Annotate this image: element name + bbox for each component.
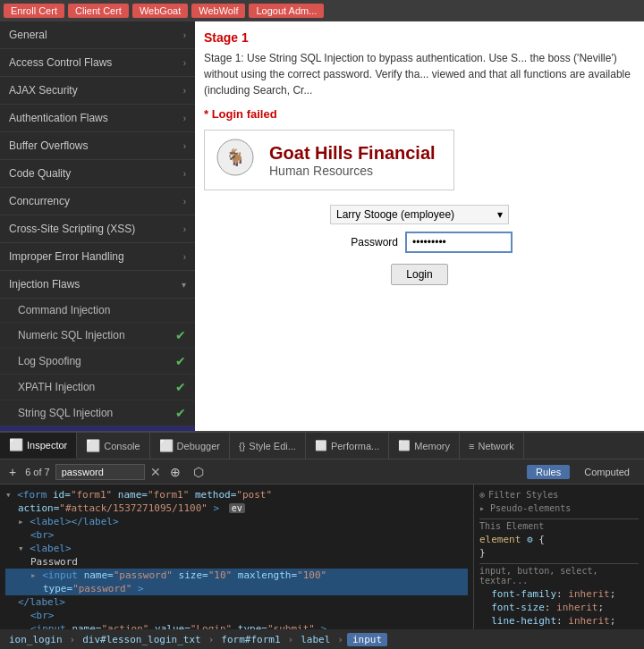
performance-icon: ⬜ bbox=[315, 440, 327, 451]
tab-label: Performa... bbox=[331, 441, 379, 451]
pick-element-button[interactable]: ⊕ bbox=[166, 463, 184, 481]
tab-style-editor[interactable]: {} Style Edi... bbox=[230, 433, 306, 459]
tab-label: Memory bbox=[414, 441, 450, 451]
html-line-selected-2: type="password" > bbox=[5, 582, 468, 595]
memory-icon: ⬜ bbox=[398, 440, 411, 451]
breadcrumb-label[interactable]: label bbox=[297, 634, 334, 645]
sidebar-item-concurrency[interactable]: Concurrency › bbox=[0, 188, 195, 215]
sidebar-item-label: Injection Flaws bbox=[9, 278, 80, 291]
computed-tab-button[interactable]: Computed bbox=[575, 465, 639, 479]
selected-user: Larry Stooge (employee) bbox=[336, 208, 454, 221]
user-dropdown[interactable]: Larry Stooge (employee) ▾ bbox=[330, 205, 509, 224]
rules-tab-button[interactable]: Rules bbox=[527, 465, 570, 479]
style-brace-close: } bbox=[479, 546, 639, 560]
tab-label: Style Edi... bbox=[249, 441, 296, 451]
expand-icon[interactable]: ▸ bbox=[30, 569, 37, 581]
logout-button[interactable]: Logout Adm... bbox=[249, 4, 324, 18]
breadcrumb-sep: › bbox=[288, 634, 294, 645]
sidebar-item-label: String SQL Injection bbox=[18, 407, 113, 419]
sidebar-item-label: Authentication Flaws bbox=[9, 112, 108, 124]
breadcrumb-ion-login[interactable]: ion_login bbox=[5, 634, 66, 645]
add-style-button[interactable]: + bbox=[5, 463, 20, 481]
breadcrumb-sep: › bbox=[208, 634, 215, 645]
tab-inspector[interactable]: ⬜ Inspector bbox=[0, 433, 77, 459]
tab-memory[interactable]: ⬜ Memory bbox=[389, 433, 460, 459]
sidebar-item-label: Command Injection bbox=[18, 304, 110, 316]
sidebar-item-label: Access Control Flaws bbox=[9, 56, 112, 69]
chevron-right-icon: › bbox=[183, 58, 186, 68]
html-line-selected[interactable]: ▸ <input name="password" size="10" maxle… bbox=[5, 569, 468, 582]
client-cert-button[interactable]: Client Cert bbox=[68, 4, 129, 18]
expand-icon[interactable]: ▾ bbox=[18, 543, 24, 554]
sidebar-item-buffer[interactable]: Buffer Overflows › bbox=[0, 132, 195, 160]
sidebar-item-code-quality[interactable]: Code Quality › bbox=[0, 160, 195, 188]
style-editor-icon: {} bbox=[239, 441, 245, 451]
sidebar-item-improper-error[interactable]: Improper Error Handling › bbox=[0, 243, 195, 271]
check-icon: ✔ bbox=[175, 328, 186, 342]
tab-label: Inspector bbox=[27, 440, 67, 451]
sidebar-item-injection[interactable]: Injection Flaws ▾ bbox=[0, 271, 195, 299]
webgoat-button[interactable]: WebGoat bbox=[132, 4, 188, 18]
sidebar-item-xss[interactable]: Cross-Site Scripting (XSS) › bbox=[0, 215, 195, 243]
check-icon: ✔ bbox=[175, 406, 186, 420]
sidebar-item-xpath[interactable]: XPATH Injection ✔ bbox=[0, 375, 195, 400]
html-line: </label> bbox=[5, 595, 468, 609]
stage-description: Stage 1: Use String SQL Injection to byp… bbox=[204, 50, 635, 98]
tab-label: Network bbox=[478, 441, 513, 451]
style-rule-3: line-height: inherit; bbox=[479, 614, 639, 628]
login-button[interactable]: Login bbox=[391, 264, 447, 285]
sidebar-item-auth[interactable]: Authentication Flaws › bbox=[0, 105, 195, 132]
expand-icon[interactable]: ▾ bbox=[5, 489, 12, 501]
tab-network[interactable]: ≡ Network bbox=[460, 433, 524, 459]
sidebar: General › Access Control Flaws › AJAX Se… bbox=[0, 21, 195, 431]
ev-badge: ev bbox=[229, 503, 245, 513]
breadcrumb-bar: ion_login › div#lesson_login_txt › form#… bbox=[0, 629, 644, 649]
sidebar-item-command-injection[interactable]: Command Injection bbox=[0, 299, 195, 323]
filter-styles: ⊗ Filter Styles bbox=[479, 488, 639, 502]
search-count: 6 of 7 bbox=[25, 467, 50, 477]
style-selector: element bbox=[479, 534, 521, 545]
check-icon: ✔ bbox=[175, 380, 186, 394]
sidebar-item-string-sql[interactable]: String SQL Injection ✔ bbox=[0, 400, 195, 426]
password-input[interactable] bbox=[405, 232, 513, 253]
tab-debugger[interactable]: ⬜ Debugger bbox=[150, 433, 230, 459]
breadcrumb-div[interactable]: div#lesson_login_txt bbox=[79, 634, 204, 645]
sidebar-item-label: Buffer Overflows bbox=[9, 139, 88, 152]
stage-title: Stage 1 bbox=[204, 30, 635, 45]
sidebar-item-general[interactable]: General › bbox=[0, 21, 195, 49]
devtools-search-input[interactable] bbox=[55, 464, 145, 480]
screenshot-button[interactable]: ⬡ bbox=[190, 463, 208, 481]
breadcrumb-form[interactable]: form#form1 bbox=[217, 634, 284, 645]
breadcrumb-input[interactable]: input bbox=[347, 633, 387, 646]
sidebar-item-label: Concurrency bbox=[9, 195, 70, 207]
svg-text:🐐: 🐐 bbox=[225, 148, 246, 167]
dropdown-arrow-icon: ▾ bbox=[497, 208, 503, 221]
filter-label: Filter Styles bbox=[488, 490, 558, 500]
clear-search-button[interactable]: ✕ bbox=[150, 465, 161, 479]
sidebar-item-log-spoofing[interactable]: Log Spoofing ✔ bbox=[0, 349, 195, 375]
breadcrumb-sep: › bbox=[70, 634, 76, 645]
sidebar-item-label: General bbox=[9, 29, 47, 41]
content-area: Stage 1 Stage 1: Use String SQL Injectio… bbox=[195, 21, 644, 431]
expand-icon[interactable]: ▸ bbox=[18, 516, 24, 527]
sidebar-item-numeric-sql[interactable]: Numeric SQL Injection ✔ bbox=[0, 323, 195, 349]
sidebar-item-ajax[interactable]: AJAX Security › bbox=[0, 77, 195, 105]
devtools-toolbar: + 6 of 7 ✕ ⊕ ⬡ Rules Computed bbox=[0, 459, 644, 485]
pseudo-elements-section[interactable]: ▸ Pseudo-elements bbox=[479, 502, 639, 515]
chevron-right-icon: › bbox=[183, 30, 186, 40]
webwolf-button[interactable]: WebWolf bbox=[191, 4, 245, 18]
devtools-body: ▾ <form id="form1" name="form1" method="… bbox=[0, 485, 644, 629]
sidebar-item-access-control[interactable]: Access Control Flaws › bbox=[0, 49, 195, 77]
console-icon: ⬜ bbox=[86, 439, 100, 452]
style-rule-1: font-family: inherit; bbox=[479, 587, 639, 601]
tab-console[interactable]: ⬜ Console bbox=[77, 433, 149, 459]
html-line: ▾ <form id="form1" name="form1" method="… bbox=[5, 488, 468, 502]
chevron-right-icon: › bbox=[183, 86, 186, 96]
sidebar-item-label: Cross-Site Scripting (XSS) bbox=[9, 223, 135, 235]
login-failed-message: * Login failed bbox=[204, 107, 635, 121]
goat-logo: 🐐 Goat Hills Financial Human Resources bbox=[204, 130, 454, 190]
tab-performance[interactable]: ⬜ Performa... bbox=[306, 433, 389, 459]
chevron-right-icon: › bbox=[183, 141, 186, 151]
enroll-cert-button[interactable]: Enroll Cert bbox=[4, 4, 64, 18]
html-line: <br> bbox=[5, 609, 468, 622]
